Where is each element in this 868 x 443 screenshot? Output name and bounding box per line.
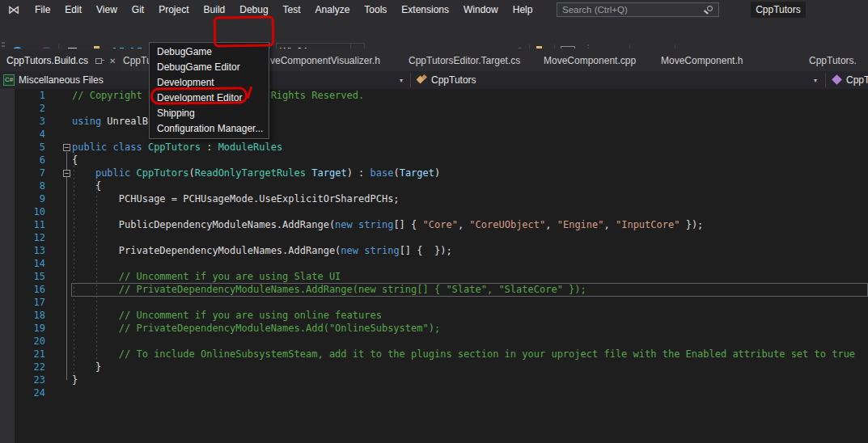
line-number: 3 bbox=[23, 115, 45, 128]
line-number: 12 bbox=[23, 231, 45, 244]
menu-analyze[interactable]: Analyze bbox=[308, 0, 358, 19]
code-line-23[interactable]: } bbox=[72, 373, 855, 386]
title-menu-bar: ⋈ FileEditViewGitProjectBuildDebugTestAn… bbox=[0, 0, 868, 19]
search-input[interactable]: Search (Ctrl+Q) bbox=[557, 2, 719, 17]
line-number: 14 bbox=[23, 257, 45, 270]
class-icon bbox=[417, 75, 427, 85]
tab-cpptutors-build-cs[interactable]: CppTutors.Build.cs ✕ bbox=[0, 50, 121, 71]
line-number: 2 bbox=[23, 102, 45, 115]
tab-vecomponentvisualizer-h[interactable]: veComponentVisualizer.h bbox=[270, 50, 380, 71]
code-line-15[interactable]: // Uncomment if you are using Slate UI bbox=[72, 270, 855, 283]
line-numbers: 123456789101112131415161718192021222324 bbox=[23, 89, 45, 399]
solution-name-badge: CppTutors bbox=[751, 2, 806, 18]
editor-navigation-bar: C# Miscellaneous Files ▾ CppTutors ▾ Cpp… bbox=[0, 71, 868, 89]
code-line-20[interactable] bbox=[72, 335, 855, 348]
menu-file[interactable]: File bbox=[28, 0, 57, 19]
menu-project[interactable]: Project bbox=[151, 0, 196, 19]
config-menu-item-shipping[interactable]: Shipping bbox=[150, 106, 269, 121]
config-menu-item-development[interactable]: Development bbox=[150, 75, 269, 91]
config-menu-item-configuration-manager-[interactable]: Configuration Manager... bbox=[150, 121, 269, 137]
code-line-6[interactable]: { bbox=[72, 154, 855, 167]
outline-scope-line bbox=[66, 152, 67, 380]
code-line-12[interactable] bbox=[72, 231, 855, 244]
code-line-7[interactable]: public CppTutors(ReadOnlyTargetRules Tar… bbox=[72, 167, 855, 179]
menu-edit[interactable]: Edit bbox=[57, 0, 89, 19]
line-number: 13 bbox=[23, 244, 45, 257]
tab-movecomponent-h[interactable]: MoveComponent.h bbox=[661, 50, 743, 71]
tab-cpptu[interactable]: CppTu bbox=[123, 50, 152, 71]
menu-build[interactable]: Build bbox=[197, 0, 233, 19]
line-number: 21 bbox=[23, 348, 45, 361]
code-line-5[interactable]: public class CppTutors : ModuleRules bbox=[72, 141, 855, 154]
code-line-22[interactable]: } bbox=[72, 361, 855, 373]
menu-view[interactable]: View bbox=[89, 0, 125, 19]
standard-toolbar: ← ▾ → ▾ ↶ ▾ ↷ ▾ Developi ▼ Win64 ▾ ▶ Loc… bbox=[0, 19, 868, 49]
search-icon[interactable] bbox=[707, 6, 713, 11]
menu-extensions[interactable]: Extensions bbox=[394, 0, 456, 19]
line-number: 4 bbox=[23, 128, 45, 141]
menu-debug[interactable]: Debug bbox=[232, 0, 275, 19]
code-line-19[interactable]: // PrivateDependencyModuleNames.Add("Onl… bbox=[72, 322, 855, 335]
code-line-8[interactable]: { bbox=[72, 179, 855, 192]
config-menu-item-debuggame[interactable]: DebugGame bbox=[150, 44, 269, 60]
menu-test[interactable]: Test bbox=[276, 0, 308, 19]
breadcrumb-member[interactable]: CppTu bbox=[846, 71, 868, 89]
line-number: 18 bbox=[23, 309, 45, 322]
code-line-13[interactable]: PrivateDependencyModuleNames.AddRange(ne… bbox=[72, 244, 855, 257]
tab-cpptutors-[interactable]: CppTutors. bbox=[809, 50, 857, 71]
line-number: 24 bbox=[23, 386, 45, 399]
pin-icon[interactable] bbox=[95, 56, 104, 65]
menu-git[interactable]: Git bbox=[125, 0, 151, 19]
collapse-region-button[interactable]: − bbox=[63, 144, 70, 151]
collapse-region-button[interactable]: − bbox=[63, 170, 70, 177]
line-number: 11 bbox=[23, 218, 45, 231]
line-number: 17 bbox=[23, 296, 45, 309]
code-line-14[interactable] bbox=[72, 257, 855, 270]
tab-label: CppTutors.Build.cs bbox=[6, 55, 88, 66]
line-number: 19 bbox=[23, 322, 45, 335]
tab-cpptutorseditor-target-cs[interactable]: CppTutorsEditor.Target.cs bbox=[409, 50, 520, 71]
line-number: 23 bbox=[23, 373, 45, 386]
visual-studio-window: ⋈ FileEditViewGitProjectBuildDebugTestAn… bbox=[0, 0, 868, 443]
breadcrumb-project[interactable]: Miscellaneous Files bbox=[19, 71, 104, 89]
config-menu-item-debuggame-editor[interactable]: DebugGame Editor bbox=[150, 60, 269, 75]
line-number: 8 bbox=[23, 179, 45, 192]
code-editor[interactable]: − − 123456789101112131415161718192021222… bbox=[0, 89, 868, 443]
config-menu-item-development-editor[interactable]: Development Editor bbox=[150, 91, 269, 106]
breadcrumb-separator bbox=[825, 73, 826, 87]
line-number: 10 bbox=[23, 205, 45, 218]
menu-window[interactable]: Window bbox=[456, 0, 506, 19]
code-line-9[interactable]: PCHUsage = PCHUsageMode.UseExplicitOrSha… bbox=[72, 192, 855, 205]
code-line-18[interactable]: // Uncomment if you are using online fea… bbox=[72, 309, 855, 322]
breadcrumb-separator bbox=[410, 73, 411, 87]
chevron-down-icon[interactable]: ▾ bbox=[400, 77, 403, 84]
line-number: 6 bbox=[23, 154, 45, 167]
menu-help[interactable]: Help bbox=[506, 0, 540, 19]
line-number: 22 bbox=[23, 361, 45, 373]
solution-configuration-dropdown-menu: DebugGameDebugGame EditorDevelopmentDeve… bbox=[149, 42, 269, 139]
line-number: 15 bbox=[23, 270, 45, 283]
member-icon bbox=[832, 74, 842, 85]
code-line-21[interactable]: // To include OnlineSubsystemSteam, add … bbox=[72, 348, 855, 361]
menu-tools[interactable]: Tools bbox=[357, 0, 394, 19]
close-icon[interactable]: ✕ bbox=[109, 57, 116, 65]
code-line-16[interactable]: // PrivateDependencyModuleNames.AddRange… bbox=[72, 283, 855, 296]
breadcrumb-type[interactable]: CppTutors bbox=[431, 71, 476, 89]
line-number: 7 bbox=[23, 167, 45, 179]
line-number: 5 bbox=[23, 141, 45, 154]
menu-bar: FileEditViewGitProjectBuildDebugTestAnal… bbox=[28, 0, 540, 19]
code-line-17[interactable] bbox=[72, 296, 855, 309]
code-line-24[interactable] bbox=[72, 386, 855, 399]
chevron-down-icon[interactable]: ▾ bbox=[814, 77, 817, 84]
visual-studio-logo-icon: ⋈ bbox=[0, 1, 28, 19]
line-number: 16 bbox=[23, 283, 45, 296]
document-tab-bar: CppTutors.Build.cs ✕ CppTuveComponentVis… bbox=[0, 49, 868, 71]
tab-movecomponent-cpp[interactable]: MoveComponent.cpp bbox=[544, 50, 636, 71]
code-line-10[interactable] bbox=[72, 205, 855, 218]
line-number: 20 bbox=[23, 335, 45, 348]
search-placeholder: Search (Ctrl+Q) bbox=[562, 5, 628, 15]
code-line-11[interactable]: PublicDependencyModuleNames.AddRange(new… bbox=[72, 218, 855, 231]
glyph-margin bbox=[0, 89, 15, 443]
csharp-project-icon: C# bbox=[3, 74, 15, 86]
line-number: 1 bbox=[23, 89, 45, 102]
